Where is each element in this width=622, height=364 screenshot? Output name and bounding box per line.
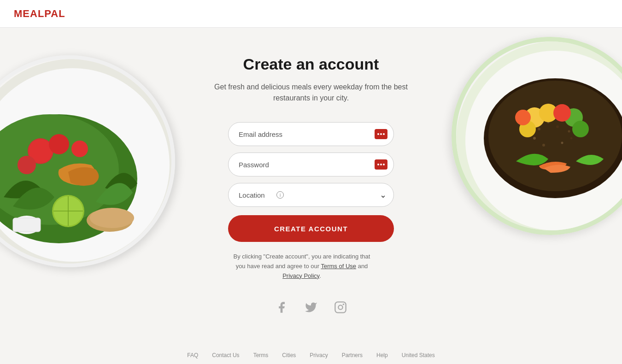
signup-form: Location New York City San Francisco Chi…	[228, 122, 394, 281]
svg-point-23	[556, 125, 559, 128]
main-content: Create an account Get fresh and deliciou…	[0, 28, 622, 364]
svg-point-20	[488, 81, 622, 191]
svg-point-35	[515, 110, 531, 125]
terms-line2: you have read and agree to our	[236, 263, 319, 270]
password-field-wrapper	[228, 153, 394, 176]
svg-point-28	[561, 142, 563, 144]
terms-text: By clicking "Create account", you are in…	[228, 252, 376, 281]
password-input[interactable]	[228, 153, 394, 176]
email-icon	[375, 129, 387, 139]
location-select[interactable]: Location New York City San Francisco Chi…	[228, 183, 394, 207]
svg-rect-36	[335, 302, 346, 313]
svg-point-24	[568, 130, 570, 133]
svg-point-38	[343, 304, 345, 305]
food-image-left	[0, 55, 175, 267]
svg-rect-14	[13, 218, 41, 232]
social-icons-bar	[273, 299, 349, 316]
svg-point-6	[49, 134, 69, 154]
create-account-button[interactable]: CREATE ACCOUNT	[228, 215, 394, 242]
terms-and: and	[358, 263, 368, 270]
footer-faq[interactable]: FAQ	[187, 352, 198, 358]
svg-point-16	[90, 208, 134, 228]
svg-point-25	[533, 137, 536, 140]
svg-point-7	[18, 156, 36, 174]
instagram-icon[interactable]	[332, 299, 349, 316]
form-section: Create an account Get fresh and deliciou…	[196, 28, 426, 316]
header: MEALPAL	[0, 0, 622, 28]
terms-line1: By clicking "Create account", you are in…	[234, 253, 370, 260]
page-title: Create an account	[243, 55, 379, 73]
footer-help[interactable]: Help	[376, 352, 388, 358]
footer-contact[interactable]: Contact Us	[212, 352, 239, 358]
svg-point-21	[538, 128, 540, 130]
footer-privacy[interactable]: Privacy	[310, 352, 328, 358]
svg-point-34	[553, 104, 571, 122]
svg-point-26	[570, 137, 573, 140]
logo[interactable]: MEALPAL	[14, 8, 65, 20]
footer-terms[interactable]: Terms	[253, 352, 269, 358]
footer-partners[interactable]: Partners	[342, 352, 363, 358]
location-field-wrapper: Location New York City San Francisco Chi…	[228, 183, 394, 207]
footer-nav: FAQ Contact Us Terms Cities Privacy Part…	[0, 346, 622, 364]
terms-of-use-link[interactable]: Terms of Use	[321, 263, 356, 270]
food-image-right	[452, 37, 622, 235]
password-icon	[375, 159, 387, 170]
twitter-icon[interactable]	[303, 299, 319, 316]
facebook-icon[interactable]	[273, 299, 290, 316]
footer-country[interactable]: United States	[402, 352, 435, 358]
privacy-policy-link[interactable]: Privacy Policy	[282, 272, 319, 279]
footer-cities[interactable]: Cities	[282, 352, 296, 358]
email-input[interactable]	[228, 122, 394, 146]
page-subtitle: Get fresh and delicious meals every week…	[196, 82, 426, 104]
svg-point-33	[572, 121, 589, 137]
svg-point-27	[542, 144, 545, 147]
svg-point-37	[338, 305, 342, 310]
svg-point-8	[71, 141, 88, 157]
email-field-wrapper	[228, 122, 394, 146]
